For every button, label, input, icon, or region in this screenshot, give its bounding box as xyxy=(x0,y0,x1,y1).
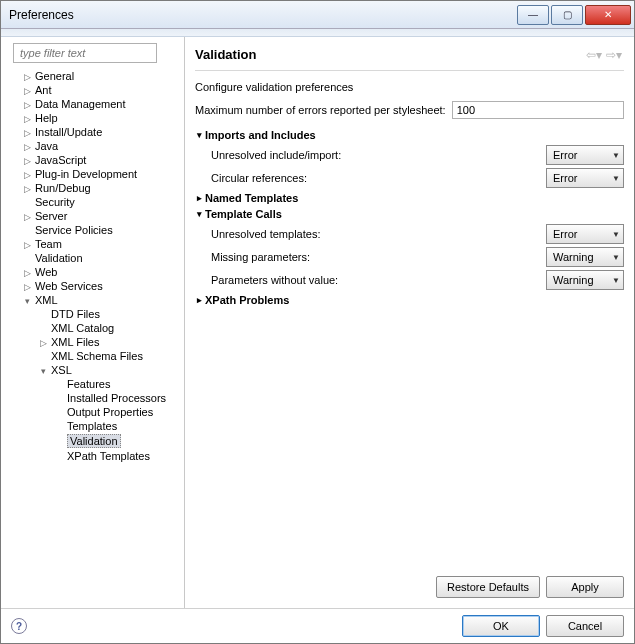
expand-icon[interactable]: ▷ xyxy=(21,240,33,250)
tree-item-xpath-templates[interactable]: XPath Templates xyxy=(9,449,182,463)
section-imports[interactable]: ▾Imports and Includes xyxy=(195,129,624,141)
tree-item-javascript[interactable]: ▷JavaScript xyxy=(9,153,182,167)
close-button[interactable]: ✕ xyxy=(585,5,631,25)
page-content: Configure validation preferences Maximum… xyxy=(195,79,624,572)
tree-item-xml[interactable]: ▾XML xyxy=(9,293,182,307)
section-named-templates[interactable]: ▸Named Templates xyxy=(195,192,624,204)
max-errors-label: Maximum number of errors reported per st… xyxy=(195,104,446,116)
tree-item-web-services[interactable]: ▷Web Services xyxy=(9,279,182,293)
section-xpath-problems[interactable]: ▸XPath Problems xyxy=(195,294,624,306)
filter-text[interactable] xyxy=(13,43,157,63)
combo-missing-params[interactable]: Warning▼ xyxy=(546,247,624,267)
page-title: Validation xyxy=(195,47,584,62)
tree-item-xml-catalog[interactable]: XML Catalog xyxy=(9,321,182,335)
tree-item-xml-files[interactable]: ▷XML Files xyxy=(9,335,182,349)
expand-icon[interactable]: ▷ xyxy=(37,338,49,348)
opt-params-no-value: Parameters without value: Warning▼ xyxy=(211,270,624,290)
tree-item-installed-processors[interactable]: Installed Processors xyxy=(9,391,182,405)
expand-icon[interactable]: ▷ xyxy=(21,142,33,152)
preferences-window: Preferences — ▢ ✕ ▷General ▷Ant ▷Data Ma… xyxy=(0,0,635,644)
tree-item-team[interactable]: ▷Team xyxy=(9,237,182,251)
expand-icon[interactable]: ▷ xyxy=(21,170,33,180)
toolbar-blur xyxy=(1,29,634,37)
tree-item-dtd-files[interactable]: DTD Files xyxy=(9,307,182,321)
collapse-icon[interactable]: ▾ xyxy=(195,130,205,140)
dialog-footer: ? OK Cancel xyxy=(1,608,634,643)
tree-item-web[interactable]: ▷Web xyxy=(9,265,182,279)
tree-item-xsl-validation[interactable]: Validation xyxy=(9,433,182,449)
apply-button[interactable]: Apply xyxy=(546,576,624,598)
expand-icon[interactable]: ▷ xyxy=(21,282,33,292)
expand-icon[interactable]: ▷ xyxy=(21,156,33,166)
cancel-button[interactable]: Cancel xyxy=(546,615,624,637)
filter-input[interactable] xyxy=(18,46,152,60)
opt-missing-params: Missing parameters: Warning▼ xyxy=(211,247,624,267)
tree-item-install-update[interactable]: ▷Install/Update xyxy=(9,125,182,139)
help-icon[interactable]: ? xyxy=(11,618,27,634)
expand-icon[interactable]: ▷ xyxy=(21,86,33,96)
tree-item-plugin-dev[interactable]: ▷Plug-in Development xyxy=(9,167,182,181)
expand-icon[interactable]: ▸ xyxy=(195,295,205,305)
combo-params-no-value[interactable]: Warning▼ xyxy=(546,270,624,290)
window-title: Preferences xyxy=(9,8,515,22)
combo-unresolved-templates[interactable]: Error▼ xyxy=(546,224,624,244)
tree-item-server[interactable]: ▷Server xyxy=(9,209,182,223)
page-description: Configure validation preferences xyxy=(195,81,624,93)
chevron-down-icon: ▼ xyxy=(612,151,620,160)
collapse-icon[interactable]: ▾ xyxy=(21,296,33,306)
section-template-calls[interactable]: ▾Template Calls xyxy=(195,208,624,220)
expand-icon[interactable]: ▷ xyxy=(21,212,33,222)
window-buttons: — ▢ ✕ xyxy=(515,5,631,25)
nav-back-icon[interactable]: ⇦▾ xyxy=(584,48,604,62)
tree-item-general[interactable]: ▷General xyxy=(9,69,182,83)
combo-circular[interactable]: Error▼ xyxy=(546,168,624,188)
expand-icon[interactable]: ▷ xyxy=(21,100,33,110)
page-header: Validation ⇦▾ ⇨▾ xyxy=(195,43,624,71)
tree-item-xml-schema[interactable]: XML Schema Files xyxy=(9,349,182,363)
tree-item-service-policies[interactable]: Service Policies xyxy=(9,223,182,237)
expand-icon[interactable]: ▷ xyxy=(21,184,33,194)
tree-item-data-management[interactable]: ▷Data Management xyxy=(9,97,182,111)
max-errors-input[interactable] xyxy=(452,101,624,119)
expand-icon[interactable]: ▷ xyxy=(21,128,33,138)
body: ▷General ▷Ant ▷Data Management ▷Help ▷In… xyxy=(1,37,634,608)
tree-item-features[interactable]: Features xyxy=(9,377,182,391)
titlebar: Preferences — ▢ ✕ xyxy=(1,1,634,29)
tree-item-ant[interactable]: ▷Ant xyxy=(9,83,182,97)
tree-item-output-properties[interactable]: Output Properties xyxy=(9,405,182,419)
tree-item-xsl[interactable]: ▾XSL xyxy=(9,363,182,377)
max-errors-row: Maximum number of errors reported per st… xyxy=(195,101,624,119)
tree-item-help[interactable]: ▷Help xyxy=(9,111,182,125)
page-button-row: Restore Defaults Apply xyxy=(195,572,624,602)
preferences-tree[interactable]: ▷General ▷Ant ▷Data Management ▷Help ▷In… xyxy=(5,69,182,604)
opt-unresolved-include: Unresolved include/import: Error▼ xyxy=(211,145,624,165)
nav-forward-icon[interactable]: ⇨▾ xyxy=(604,48,624,62)
preferences-page: Validation ⇦▾ ⇨▾ Configure validation pr… xyxy=(185,37,634,608)
preferences-tree-panel: ▷General ▷Ant ▷Data Management ▷Help ▷In… xyxy=(1,37,185,608)
tree-item-security[interactable]: Security xyxy=(9,195,182,209)
expand-icon[interactable]: ▷ xyxy=(21,72,33,82)
chevron-down-icon: ▼ xyxy=(612,230,620,239)
chevron-down-icon: ▼ xyxy=(612,174,620,183)
expand-icon[interactable]: ▷ xyxy=(21,268,33,278)
collapse-icon[interactable]: ▾ xyxy=(37,366,49,376)
expand-icon[interactable]: ▷ xyxy=(21,114,33,124)
ok-button[interactable]: OK xyxy=(462,615,540,637)
restore-defaults-button[interactable]: Restore Defaults xyxy=(436,576,540,598)
expand-icon[interactable]: ▸ xyxy=(195,193,205,203)
minimize-button[interactable]: — xyxy=(517,5,549,25)
tree-item-run-debug[interactable]: ▷Run/Debug xyxy=(9,181,182,195)
combo-unresolved-include[interactable]: Error▼ xyxy=(546,145,624,165)
maximize-button[interactable]: ▢ xyxy=(551,5,583,25)
chevron-down-icon: ▼ xyxy=(612,276,620,285)
tree-item-validation[interactable]: Validation xyxy=(9,251,182,265)
collapse-icon[interactable]: ▾ xyxy=(195,209,205,219)
opt-unresolved-templates: Unresolved templates: Error▼ xyxy=(211,224,624,244)
tree-item-templates[interactable]: Templates xyxy=(9,419,182,433)
tree-item-java[interactable]: ▷Java xyxy=(9,139,182,153)
opt-circular: Circular references: Error▼ xyxy=(211,168,624,188)
chevron-down-icon: ▼ xyxy=(612,253,620,262)
